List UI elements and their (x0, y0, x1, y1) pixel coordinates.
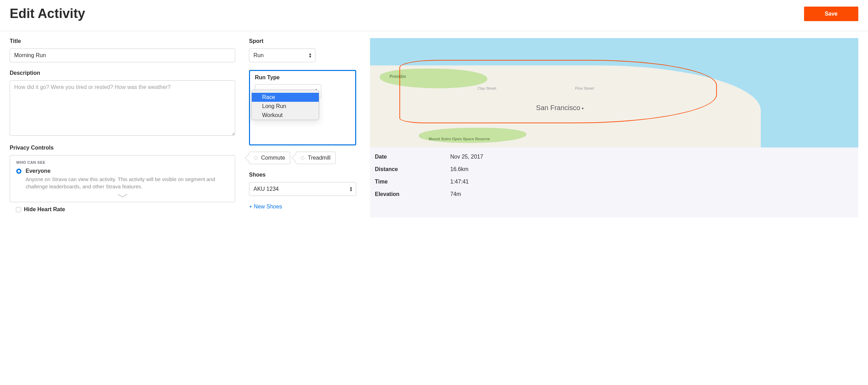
radio-selected-icon (16, 169, 21, 174)
activity-map[interactable]: Presidio Clay Street Pine Street San Fra… (370, 38, 858, 147)
privacy-label: Privacy Controls (10, 145, 235, 151)
who-can-see-label: WHO CAN SEE (16, 160, 229, 164)
run-type-label: Run Type (255, 74, 350, 81)
run-type-highlighted-box: Run Type ▲▼ ✓ Race Long Run Workout (249, 70, 356, 145)
map-label-sutro: Mount Sutro Open Space Reserve (428, 137, 490, 141)
tag-commute[interactable]: Commute (249, 152, 290, 164)
stat-time-value: 1:47:41 (450, 179, 469, 185)
shoes-field-block: Shoes AKU 1234 ▲▼ (249, 172, 356, 196)
run-type-option-long-run[interactable]: Long Run (252, 102, 319, 111)
sport-select-wrap: Run ▲▼ (249, 48, 315, 62)
activity-stats: Date Nov 25, 2017 Distance 16.6km Time 1… (370, 147, 858, 217)
sport-field-block: Sport Run ▲▼ (249, 38, 356, 62)
chevron-down-icon (117, 194, 128, 198)
sport-label: Sport (249, 38, 356, 44)
tag-treadmill-label: Treadmill (308, 155, 330, 161)
run-type-option-workout[interactable]: Workout (252, 111, 319, 120)
tag-treadmill[interactable]: Treadmill (296, 152, 335, 164)
stat-date-label: Date (375, 154, 450, 160)
shoes-label: Shoes (249, 172, 356, 178)
stat-elevation-label: Elevation (375, 191, 450, 197)
hide-heart-rate-checkbox[interactable] (16, 207, 21, 212)
title-field-block: Title (10, 38, 235, 62)
shoes-select[interactable]: AKU 1234 (249, 182, 356, 196)
tag-commute-label: Commute (261, 155, 285, 161)
hide-heart-rate-row[interactable]: Hide Heart Rate (16, 206, 235, 213)
description-label: Description (10, 70, 235, 76)
middle-column: Sport Run ▲▼ Run Type ▲▼ ✓ Race Long Run… (249, 38, 356, 220)
sport-select[interactable]: Run (249, 48, 315, 62)
save-button[interactable]: Save (804, 7, 858, 21)
title-label: Title (10, 38, 235, 44)
privacy-box: WHO CAN SEE Everyone Anyone on Strava ca… (10, 155, 235, 202)
description-field-block: Description (10, 70, 235, 137)
content-area: Title Description Privacy Controls WHO C… (0, 31, 868, 227)
privacy-option-everyone[interactable]: Everyone Anyone on Strava can view this … (16, 168, 229, 190)
new-shoes-link[interactable]: + New Shoes (249, 204, 356, 210)
map-route-line (399, 60, 717, 123)
hide-heart-rate-label: Hide Heart Rate (24, 206, 65, 213)
stat-elevation-value: 74m (450, 191, 461, 197)
shoes-select-wrap: AKU 1234 ▲▼ (249, 182, 356, 196)
stat-row-elevation: Elevation 74m (375, 191, 853, 197)
stat-row-date: Date Nov 25, 2017 (375, 154, 853, 160)
privacy-option-desc: Anyone on Strava can view this activity.… (26, 176, 229, 190)
stat-row-time: Time 1:47:41 (375, 179, 853, 185)
stat-distance-value: 16.6km (450, 166, 468, 172)
run-type-option-blank[interactable]: ✓ (252, 90, 319, 93)
tag-radio-icon (254, 156, 258, 160)
left-column: Title Description Privacy Controls WHO C… (10, 38, 235, 220)
map-label-city: San Francisco● (536, 104, 584, 112)
tags-block: Commute Treadmill (249, 152, 356, 164)
stat-row-distance: Distance 16.6km (375, 166, 853, 172)
privacy-field-block: Privacy Controls WHO CAN SEE Everyone An… (10, 145, 235, 213)
stat-distance-label: Distance (375, 166, 450, 172)
right-column: Presidio Clay Street Pine Street San Fra… (370, 38, 858, 220)
expand-privacy-button[interactable] (16, 193, 229, 199)
description-textarea[interactable] (10, 80, 235, 136)
map-label-presidio: Presidio (389, 74, 406, 79)
run-type-dropdown-menu: ✓ Race Long Run Workout (251, 90, 319, 120)
privacy-option-title: Everyone (26, 168, 229, 174)
page-title: Edit Activity (10, 6, 85, 21)
tag-radio-icon (301, 156, 304, 160)
stat-time-label: Time (375, 179, 450, 185)
page-header: Edit Activity Save (0, 0, 868, 31)
map-label-street: Clay Street (478, 86, 496, 90)
stat-date-value: Nov 25, 2017 (450, 154, 483, 160)
run-type-option-race[interactable]: Race (252, 93, 319, 102)
title-input[interactable] (10, 48, 235, 62)
map-label-street: Pine Street (575, 86, 594, 90)
